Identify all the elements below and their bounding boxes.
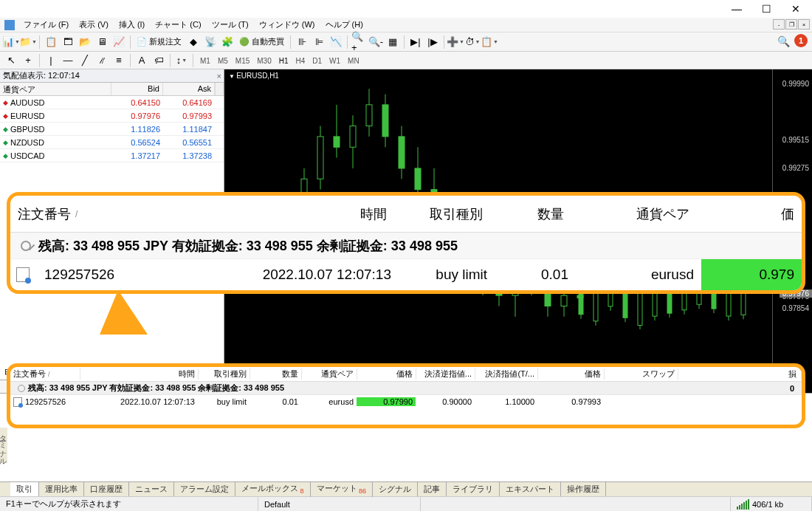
terminal-tab-1[interactable]: 運用比率	[39, 482, 84, 496]
timeframe-M1[interactable]: M1	[196, 55, 214, 66]
timeframe-M15[interactable]: M15	[232, 55, 253, 66]
hline-icon[interactable]: —	[60, 52, 76, 69]
terminal-tab-6[interactable]: マーケット 86	[311, 481, 374, 496]
mdi-min[interactable]: -	[773, 19, 785, 30]
meta-icon[interactable]: ◆	[185, 34, 202, 50]
channel-icon[interactable]: ⫽	[94, 52, 110, 69]
big-col-pair[interactable]: 通貨ペア	[571, 205, 697, 223]
close-button[interactable]: ✕	[781, 1, 811, 17]
chart-candle-icon[interactable]: ⊫	[311, 34, 327, 50]
status-profile[interactable]: Default	[258, 497, 421, 511]
sm-col-swap[interactable]: スワップ	[605, 368, 678, 380]
menu-chart[interactable]: チャート (C)	[151, 18, 205, 32]
menu-insert[interactable]: 挿入 (I)	[114, 18, 149, 32]
tile-icon[interactable]: ▦	[385, 34, 401, 50]
chart-bar-icon[interactable]: ⊪	[294, 34, 310, 50]
big-order-row[interactable]: 129257526 2022.10.07 12:07:13 buy limit …	[10, 259, 802, 290]
mw-row-GBPUSD[interactable]: ◆ GBPUSD1.118261.11847	[0, 123, 224, 136]
terminal-tab-9[interactable]: ライブラリ	[447, 482, 500, 496]
auto-scroll-icon[interactable]: |▶	[424, 34, 441, 50]
menu-help[interactable]: ヘルプ (H)	[321, 18, 368, 32]
terminal-tab-0[interactable]: 取引	[10, 482, 39, 496]
zoom-in-icon[interactable]: 🔍+	[351, 34, 367, 50]
data-window-icon[interactable]: 🗔	[60, 34, 76, 50]
market-watch-icon[interactable]: 📋	[43, 34, 59, 50]
trendline-icon[interactable]: ╱	[77, 52, 93, 69]
timeframe-D1[interactable]: D1	[309, 55, 326, 66]
sm-order-row[interactable]: 129257526 2022.10.07 12:07:13 buy limit …	[10, 395, 802, 408]
terminal-icon[interactable]: 🖥	[94, 34, 110, 50]
zoom-out-icon[interactable]: 🔍-	[368, 34, 384, 50]
terminal-tab-3[interactable]: ニュース	[129, 482, 174, 496]
crosshair-icon[interactable]: +	[20, 52, 36, 69]
sm-col-type[interactable]: 取引種別	[199, 368, 250, 380]
search-icon[interactable]: 🔍	[777, 35, 790, 47]
chart-line-icon[interactable]: 📉	[328, 34, 344, 50]
terminal-tab-4[interactable]: アラーム設定	[174, 482, 235, 496]
sm-col-pl[interactable]: 損	[678, 368, 802, 380]
menu-view[interactable]: 表示 (V)	[75, 18, 113, 32]
toolbar-main: 📊▼ 📁▼ 📋 🗔 📂 🖥 📈 📄 新規注文 ◆ 📡 🧩 🟢 自動売買 ⊪ ⊫ …	[0, 32, 812, 52]
arrows-icon[interactable]: ↕▼	[173, 52, 190, 69]
terminal-tab-8[interactable]: 記事	[418, 482, 447, 496]
menu-tool[interactable]: ツール (T)	[207, 18, 253, 32]
notification-badge[interactable]: 1	[794, 34, 808, 47]
terminal-tab-2[interactable]: 口座履歴	[84, 482, 129, 496]
timeframe-M5[interactable]: M5	[214, 55, 232, 66]
market-watch-close-icon[interactable]: ×	[217, 72, 221, 80]
sm-col-vol[interactable]: 数量	[250, 368, 302, 380]
big-col-vol[interactable]: 数量	[490, 205, 571, 223]
menu-window[interactable]: ウィンドウ (W)	[255, 18, 320, 32]
new-order-button[interactable]: 📄 新規注文	[134, 34, 185, 50]
vline-icon[interactable]: |	[43, 52, 59, 69]
label-icon[interactable]: 🏷	[151, 52, 167, 69]
maximize-button[interactable]: ☐	[751, 1, 781, 17]
terminal-tab-5[interactable]: メールボックス 8	[235, 481, 311, 496]
text-icon[interactable]: A	[134, 52, 150, 69]
auto-trade-button[interactable]: 🟢 自動売買	[236, 34, 287, 50]
cursor-icon[interactable]: ↖	[3, 52, 19, 69]
sm-col-time[interactable]: 時間	[80, 368, 199, 380]
sm-col-sl[interactable]: 決済逆指値...	[416, 368, 475, 380]
templates-icon[interactable]: 📋▼	[481, 34, 498, 50]
sm-col-order[interactable]: 注文番号	[13, 369, 46, 378]
terminal-tab-7[interactable]: シグナル	[373, 482, 418, 496]
big-col-type[interactable]: 取引種別	[394, 205, 490, 223]
col-ask[interactable]: Ask	[163, 83, 215, 95]
status-connection[interactable]: 406/1 kb	[731, 497, 812, 511]
terminal-tab-11[interactable]: 操作履歴	[561, 482, 606, 496]
signals-icon[interactable]: 📡	[202, 34, 219, 50]
indicators-icon[interactable]: ➕▼	[447, 34, 464, 50]
mw-row-EURUSD[interactable]: ◆ EURUSD0.979760.97993	[0, 109, 224, 123]
sm-col-price[interactable]: 価格	[357, 368, 416, 380]
navigator-icon[interactable]: 📂	[77, 34, 93, 50]
col-symbol[interactable]: 通貨ペア	[0, 83, 111, 95]
timeframe-M30[interactable]: M30	[253, 55, 275, 66]
big-col-order[interactable]: 注文番号	[18, 205, 71, 223]
sm-col-tp[interactable]: 決済指値(T/...	[475, 368, 538, 380]
timeframe-H4[interactable]: H4	[292, 55, 309, 66]
mdi-close[interactable]: ×	[798, 19, 810, 30]
periods-icon[interactable]: ⏱▼	[464, 34, 481, 50]
mw-row-USDCAD[interactable]: ◆ USDCAD1.372171.37238	[0, 149, 224, 162]
timeframe-MN[interactable]: MN	[344, 55, 363, 66]
expert-icon[interactable]: 🧩	[219, 34, 235, 50]
profiles-icon[interactable]: 📁▼	[20, 34, 36, 50]
col-bid[interactable]: Bid	[111, 83, 163, 95]
tester-icon[interactable]: 📈	[111, 34, 127, 50]
menu-file[interactable]: ファイル (F)	[19, 18, 73, 32]
big-col-time[interactable]: 時間	[165, 205, 394, 223]
mw-row-NZDUSD[interactable]: ◆ NZDUSD0.565240.56551	[0, 136, 224, 149]
terminal-tab-10[interactable]: エキスパート	[500, 482, 561, 496]
sm-col-pair[interactable]: 通貨ペア	[302, 368, 357, 380]
timeframe-W1[interactable]: W1	[326, 55, 344, 66]
mdi-restore[interactable]: ❐	[785, 19, 797, 30]
sm-col-price2[interactable]: 価格	[538, 368, 605, 380]
fibo-icon[interactable]: ≡	[111, 52, 127, 69]
minimize-button[interactable]: —	[722, 1, 751, 17]
new-chart-icon[interactable]: 📊▼	[3, 34, 19, 50]
shift-icon[interactable]: ▶|	[407, 34, 424, 50]
mw-row-AUDUSD[interactable]: ◆ AUDUSD0.641500.64169	[0, 96, 224, 109]
big-col-price[interactable]: 価	[697, 205, 802, 223]
timeframe-H1[interactable]: H1	[275, 55, 292, 66]
